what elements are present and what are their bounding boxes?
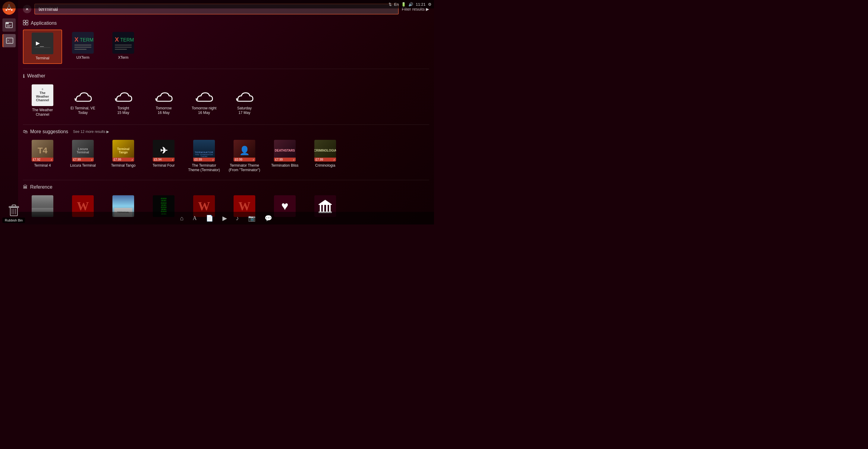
- app-uxterm[interactable]: X TERM UXTerm: [63, 30, 102, 64]
- svg-text:X: X: [74, 36, 79, 43]
- app-terminal[interactable]: ▶_ Terminal: [23, 30, 62, 64]
- divider-1: [23, 69, 429, 69]
- terminator-icon: TERMINATOR THE TERMINATOR THEME £0.99 ♪: [193, 140, 215, 162]
- svg-rect-30: [113, 32, 134, 54]
- taskbar-video[interactable]: ▶: [222, 215, 227, 222]
- svg-rect-18: [26, 20, 28, 22]
- svg-rect-33: [115, 44, 132, 45]
- battery-icon: 🔋: [401, 2, 406, 7]
- taskbar-home[interactable]: ⌂: [180, 215, 184, 222]
- taskbar-music[interactable]: ♪: [236, 215, 239, 222]
- cloud-icon-1: [72, 84, 94, 106]
- terminal-icon: ▶_: [32, 33, 53, 54]
- settings-icon: ⚙: [428, 2, 432, 7]
- weather-tomorrow-night[interactable]: Tomorrow night16 May: [184, 82, 224, 120]
- terminal4-label: Terminal 4: [34, 163, 51, 168]
- xterm-label: XTerm: [118, 56, 129, 60]
- album-terminator-theme[interactable]: 👤 £0.99 ♪ Terminator Theme(From "Termina…: [225, 137, 264, 175]
- taskbar-files[interactable]: 📄: [206, 215, 213, 222]
- album-terminator[interactable]: TERMINATOR THE TERMINATOR THEME £0.99 ♪ …: [184, 137, 224, 175]
- taskbar-apps[interactable]: A: [193, 215, 197, 222]
- lang-indicator: En: [394, 2, 399, 7]
- tonight-label: Tonight15 May: [117, 106, 129, 116]
- svg-text:TERM: TERM: [80, 37, 93, 42]
- main-content: ✕ Filter results ▶ Applications ▶_: [18, 0, 434, 224]
- svg-point-4: [11, 9, 13, 11]
- svg-rect-34: [115, 47, 132, 47]
- terminator-theme-icon: 👤 £0.99 ♪: [234, 140, 255, 162]
- taskbar: ⌂ A 📄 ▶ ♪ 📷 💬: [18, 212, 434, 224]
- divider-3: [23, 180, 429, 180]
- applications-section-header: Applications: [18, 17, 434, 28]
- svg-rect-37: [318, 204, 332, 205]
- topbar: ⇅ En 🔋 🔊 11:21 ⚙: [0, 0, 434, 8]
- more-suggestions-grid: T4 £7.92 ♪ Terminal 4 Locura Terminal: [18, 136, 434, 179]
- app-xterm[interactable]: X TERM XTerm: [104, 30, 143, 64]
- reference-section-header: 🏛 Reference: [18, 182, 434, 192]
- svg-text:>_: >_: [7, 39, 11, 42]
- weather-grid: ® TheWeatherChannel The Weather Channel …: [18, 81, 434, 123]
- tango-icon: Terminal Tango £7.99 ♪: [113, 140, 134, 162]
- uxterm-icon: X TERM: [72, 32, 94, 54]
- applications-icon: [23, 20, 28, 27]
- more-suggestions-title: More suggestions: [30, 129, 68, 134]
- sidebar: >_ Rubbish Bin: [0, 0, 18, 224]
- termination-bliss-icon: DEATHSTARS £7.99 ♪: [274, 140, 296, 162]
- rubbish-bin[interactable]: Rubbish Bin: [2, 204, 25, 223]
- weather-saturday[interactable]: Saturday17 May: [225, 82, 264, 120]
- svg-rect-20: [26, 23, 28, 25]
- album-criminologia[interactable]: CRIMINOLOGIA £7.99 ♪ Criminologia: [306, 137, 345, 175]
- terminator-label: The TerminatorTheme (Terminator): [188, 163, 220, 173]
- cloud-icon-2: [113, 84, 134, 106]
- locura-icon: Locura Terminal £7.99 ♪: [72, 140, 94, 162]
- svg-rect-6: [6, 22, 9, 24]
- taskbar-photos[interactable]: 📷: [248, 215, 255, 222]
- weather-channel-icon: ® TheWeatherChannel: [32, 84, 53, 106]
- locura-label: Locura Terminal: [70, 163, 96, 168]
- tomorrow-night-label: Tomorrow night16 May: [192, 106, 216, 116]
- applications-grid: ▶_ Terminal X TERM UXTerm: [18, 28, 434, 67]
- four-label: Terminal Four: [153, 163, 175, 168]
- svg-rect-29: [74, 49, 87, 50]
- cloud-icon-3: [153, 84, 175, 106]
- svg-rect-41: [329, 205, 331, 212]
- uxterm-label: UXTerm: [76, 56, 89, 60]
- termination-bliss-label: Termination Bliss: [271, 163, 299, 168]
- xterm-icon: X TERM: [113, 32, 134, 54]
- sidebar-item-terminal[interactable]: >_: [2, 34, 16, 47]
- reference-title: Reference: [30, 185, 53, 190]
- weather-section-header: ℹ Weather: [18, 70, 434, 81]
- criminologia-icon: CRIMINOLOGIA £7.99 ♪: [314, 140, 336, 162]
- cloud-icon-4: [193, 84, 215, 106]
- criminologia-label: Criminologia: [315, 163, 336, 168]
- album-terminal4[interactable]: T4 £7.92 ♪ Terminal 4: [23, 137, 62, 175]
- divider-2: [23, 124, 429, 125]
- weather-channel-item[interactable]: ® TheWeatherChannel The Weather Channel: [23, 82, 62, 120]
- svg-text:TERM: TERM: [120, 37, 134, 42]
- tango-label: Terminal Tango: [111, 163, 135, 168]
- cloud-icon-5: [234, 84, 255, 106]
- album-four[interactable]: ✈ £5.94 ♪ Terminal Four: [144, 137, 183, 175]
- terminal-label: Terminal: [36, 56, 49, 61]
- weather-el-terminal[interactable]: El Terminal, VEToday: [63, 82, 102, 120]
- svg-text:▶_: ▶_: [36, 39, 44, 47]
- terminal4-icon: T4 £7.92 ♪: [32, 140, 53, 162]
- album-tango[interactable]: Terminal Tango £7.99 ♪ Terminal Tango: [104, 137, 143, 175]
- sidebar-item-files[interactable]: [2, 19, 16, 32]
- trash-icon: [7, 204, 21, 217]
- svg-rect-24: [72, 32, 94, 54]
- taskbar-messages[interactable]: 💬: [265, 215, 272, 222]
- shopping-icon: 🛍: [23, 129, 28, 134]
- weather-tomorrow[interactable]: Tomorrow16 May: [144, 82, 183, 120]
- svg-rect-38: [320, 205, 321, 212]
- weather-tonight[interactable]: Tonight15 May: [104, 82, 143, 120]
- album-locura[interactable]: Locura Terminal £7.99 ♪ Locura Terminal: [63, 137, 102, 175]
- saturday-label: Saturday17 May: [237, 106, 252, 116]
- album-termination-bliss[interactable]: DEATHSTARS £7.99 ♪ Termination Bliss: [265, 137, 304, 175]
- topbar-right: ⇅ En 🔋 🔊 11:21 ⚙: [389, 2, 432, 7]
- volume-icon: 🔊: [408, 2, 413, 7]
- time-display: 11:21: [415, 2, 426, 7]
- see-more-link[interactable]: See 12 more results ▶: [73, 130, 109, 134]
- applications-title: Applications: [31, 21, 57, 26]
- reference-icon: 🏛: [23, 185, 28, 190]
